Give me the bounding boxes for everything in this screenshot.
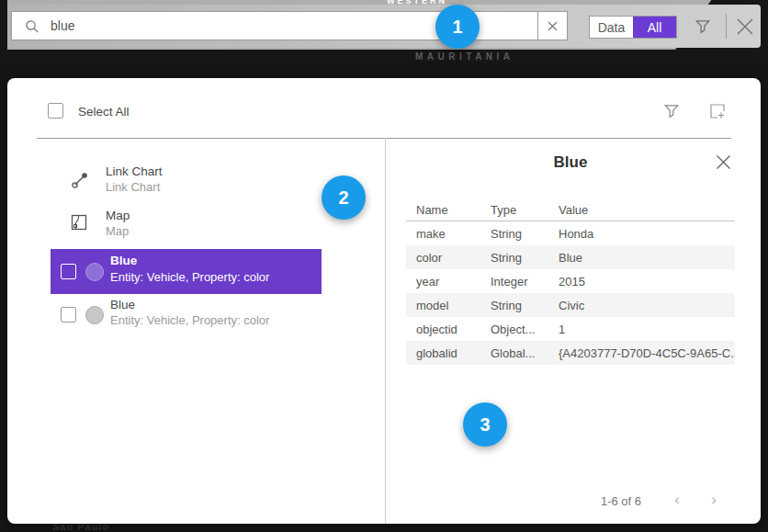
cell-value: {A4203777-D70D-4C5C-9A65-C... [559,346,735,360]
close-search-icon[interactable] [736,17,754,36]
cell-value: Blue [559,251,735,265]
column-header: Type [491,203,559,217]
cell-type: Global... [491,346,559,360]
table-row: model String Civic [406,293,735,317]
cell-name: year [416,275,491,289]
list-item-subtitle: Link Chart [106,180,160,194]
table-row: color String Blue [406,245,735,269]
cell-value: 1 [559,323,735,336]
add-to-selection-icon[interactable] [709,103,726,119]
select-all-label: Select All [78,105,130,119]
cell-type: String [491,251,559,265]
clear-search-button[interactable] [537,11,568,40]
details-title: Blue [406,153,735,172]
callout-badge-3: 3 [463,402,507,447]
cell-name: globalid [416,346,491,360]
app-window: WESTERN MAURITANIA Sao Paulo Data All [0,0,768,532]
link-chart-icon [71,171,89,189]
item-checkbox[interactable] [61,307,76,323]
table-row: globalid Global... {A4203777-D70D-4C5C-9… [406,341,735,365]
cell-type: String [491,299,559,312]
list-item-title: Blue [110,254,137,267]
table-row: year Integer 2015 [406,269,735,293]
table-row: objectid Object... 1 [406,317,735,341]
column-header: Value [559,203,735,217]
pagination-next-button[interactable]: › [703,489,725,511]
list-item-subtitle: Map [106,224,129,238]
pagination-label: 1-6 of 6 [503,494,641,508]
callout-badge-1: 1 [435,5,480,49]
close-details-icon[interactable] [716,154,731,170]
attribute-table: Name Type Value make String Honda color … [406,199,735,365]
table-row: make String Honda [406,221,735,245]
entity-circle-icon [85,263,104,281]
select-all-checkbox[interactable] [48,103,63,119]
header-divider [37,138,731,139]
cell-name: make [416,227,491,241]
cell-name: color [416,251,491,265]
map-label-mauritania: MAURITANIA [415,51,514,62]
results-filter-icon[interactable] [663,103,680,119]
cell-value: 2015 [559,275,735,289]
column-header: Name [416,203,491,217]
search-toolbar: Data All [7,5,761,48]
list-item-title: Link Chart [106,164,163,178]
filter-icon[interactable] [695,18,711,35]
clear-x-icon [548,21,558,31]
cell-name: objectid [416,323,491,336]
toggle-option-data[interactable]: Data [590,17,633,38]
cell-type: String [491,227,559,241]
item-checkbox[interactable] [61,264,76,279]
data-all-toggle: Data All [589,16,677,39]
attribute-table-header: Name Type Value [406,199,735,221]
list-item-title: Blue [110,298,135,311]
toolbar-divider [726,14,727,39]
map-icon [71,214,87,231]
pagination-prev-button[interactable]: ‹ [666,489,688,511]
cell-value: Civic [559,299,735,312]
cell-type: Object... [491,323,559,336]
list-item-subtitle: Entity: Vehicle, Property: color [110,313,269,327]
list-item-subtitle: Entity: Vehicle, Property: color [110,270,269,284]
list-item-title: Map [106,209,130,222]
entity-circle-icon [85,306,104,324]
search-results-dialog: Select All Link Chart Link Chart [7,78,761,524]
cell-name: model [416,299,491,312]
callout-badge-2: 2 [322,175,366,220]
toggle-option-all[interactable]: All [633,17,676,38]
cell-value: Honda [559,227,735,241]
cell-type: Integer [491,275,559,289]
